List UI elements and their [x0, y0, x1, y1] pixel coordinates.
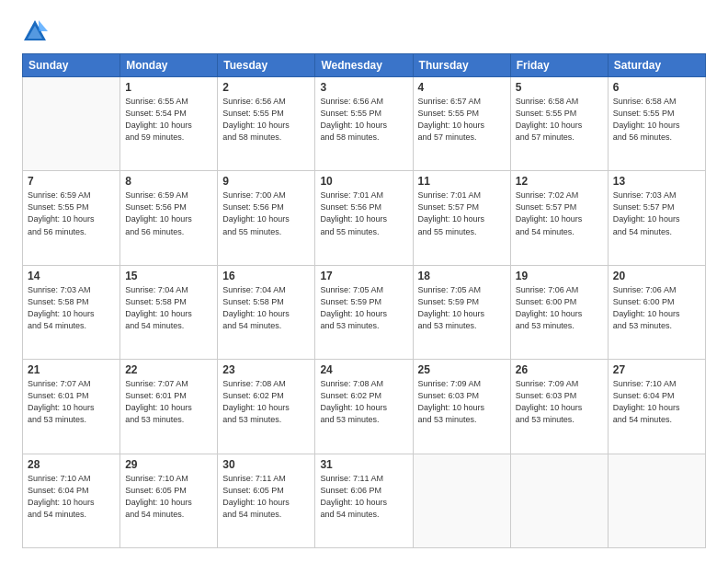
calendar-week-row: 14Sunrise: 7:03 AM Sunset: 5:58 PM Dayli… [23, 265, 706, 359]
day-info: Sunrise: 6:55 AM Sunset: 5:54 PM Dayligh… [125, 96, 212, 144]
calendar-cell: 14Sunrise: 7:03 AM Sunset: 5:58 PM Dayli… [23, 265, 120, 359]
day-number: 22 [125, 363, 212, 376]
day-info: Sunrise: 7:11 AM Sunset: 6:06 PM Dayligh… [320, 473, 407, 521]
day-info: Sunrise: 7:09 AM Sunset: 6:03 PM Dayligh… [418, 378, 506, 426]
page: SundayMondayTuesdayWednesdayThursdayFrid… [0, 0, 728, 563]
calendar-cell: 12Sunrise: 7:02 AM Sunset: 5:57 PM Dayli… [510, 171, 608, 265]
calendar-cell [510, 454, 608, 547]
calendar-cell: 3Sunrise: 6:56 AM Sunset: 5:55 PM Daylig… [315, 77, 413, 171]
calendar-cell: 21Sunrise: 7:07 AM Sunset: 6:01 PM Dayli… [23, 360, 120, 454]
calendar-cell: 26Sunrise: 7:09 AM Sunset: 6:03 PM Dayli… [510, 360, 608, 454]
calendar-cell: 19Sunrise: 7:06 AM Sunset: 6:00 PM Dayli… [510, 265, 608, 359]
day-number: 28 [28, 458, 115, 471]
day-info: Sunrise: 7:05 AM Sunset: 5:59 PM Dayligh… [320, 284, 407, 332]
day-number: 26 [516, 363, 603, 376]
day-info: Sunrise: 7:07 AM Sunset: 6:01 PM Dayligh… [28, 378, 115, 426]
calendar-cell: 15Sunrise: 7:04 AM Sunset: 5:58 PM Dayli… [120, 265, 218, 359]
day-number: 2 [222, 81, 310, 94]
day-number: 20 [613, 270, 700, 282]
calendar-cell: 11Sunrise: 7:01 AM Sunset: 5:57 PM Dayli… [413, 171, 510, 265]
day-number: 12 [516, 175, 603, 188]
day-number: 17 [320, 270, 407, 282]
day-info: Sunrise: 7:03 AM Sunset: 5:57 PM Dayligh… [613, 190, 700, 237]
day-info: Sunrise: 7:10 AM Sunset: 6:04 PM Dayligh… [28, 473, 115, 521]
logo-icon [22, 18, 48, 44]
calendar-cell: 31Sunrise: 7:11 AM Sunset: 6:06 PM Dayli… [315, 454, 413, 547]
day-info: Sunrise: 6:58 AM Sunset: 5:55 PM Dayligh… [516, 96, 603, 144]
calendar-week-row: 21Sunrise: 7:07 AM Sunset: 6:01 PM Dayli… [23, 360, 706, 454]
calendar-cell: 2Sunrise: 6:56 AM Sunset: 5:55 PM Daylig… [218, 77, 315, 171]
day-number: 19 [516, 270, 603, 282]
day-info: Sunrise: 6:57 AM Sunset: 5:55 PM Dayligh… [418, 96, 506, 144]
weekday-header: Thursday [413, 54, 510, 77]
calendar-cell: 20Sunrise: 7:06 AM Sunset: 6:00 PM Dayli… [608, 265, 705, 359]
day-number: 29 [125, 458, 212, 471]
day-info: Sunrise: 6:58 AM Sunset: 5:55 PM Dayligh… [613, 96, 700, 144]
day-number: 14 [28, 270, 115, 282]
day-info: Sunrise: 7:09 AM Sunset: 6:03 PM Dayligh… [516, 378, 603, 426]
calendar-cell: 6Sunrise: 6:58 AM Sunset: 5:55 PM Daylig… [608, 77, 705, 171]
calendar-cell [413, 454, 510, 547]
day-info: Sunrise: 7:06 AM Sunset: 6:00 PM Dayligh… [516, 284, 603, 332]
calendar: SundayMondayTuesdayWednesdayThursdayFrid… [22, 53, 706, 548]
calendar-cell: 1Sunrise: 6:55 AM Sunset: 5:54 PM Daylig… [120, 77, 218, 171]
calendar-cell: 7Sunrise: 6:59 AM Sunset: 5:55 PM Daylig… [23, 171, 120, 265]
calendar-cell: 4Sunrise: 6:57 AM Sunset: 5:55 PM Daylig… [413, 77, 510, 171]
day-number: 8 [125, 175, 212, 188]
calendar-week-row: 1Sunrise: 6:55 AM Sunset: 5:54 PM Daylig… [23, 77, 706, 171]
calendar-cell [23, 77, 120, 171]
calendar-cell: 9Sunrise: 7:00 AM Sunset: 5:56 PM Daylig… [218, 171, 315, 265]
day-number: 7 [28, 175, 115, 188]
header [22, 18, 706, 44]
day-number: 15 [125, 270, 212, 282]
calendar-cell: 18Sunrise: 7:05 AM Sunset: 5:59 PM Dayli… [413, 265, 510, 359]
calendar-cell: 10Sunrise: 7:01 AM Sunset: 5:56 PM Dayli… [315, 171, 413, 265]
day-number: 16 [222, 270, 310, 282]
day-number: 13 [613, 175, 700, 188]
weekday-header: Wednesday [315, 54, 413, 77]
day-number: 10 [320, 175, 407, 188]
day-info: Sunrise: 7:08 AM Sunset: 6:02 PM Dayligh… [222, 378, 310, 426]
calendar-cell: 30Sunrise: 7:11 AM Sunset: 6:05 PM Dayli… [218, 454, 315, 547]
day-info: Sunrise: 7:02 AM Sunset: 5:57 PM Dayligh… [516, 190, 603, 237]
day-info: Sunrise: 7:00 AM Sunset: 5:56 PM Dayligh… [222, 190, 310, 237]
calendar-cell: 17Sunrise: 7:05 AM Sunset: 5:59 PM Dayli… [315, 265, 413, 359]
day-info: Sunrise: 7:05 AM Sunset: 5:59 PM Dayligh… [418, 284, 506, 332]
calendar-cell: 29Sunrise: 7:10 AM Sunset: 6:05 PM Dayli… [120, 454, 218, 547]
calendar-cell: 5Sunrise: 6:58 AM Sunset: 5:55 PM Daylig… [510, 77, 608, 171]
day-number: 4 [418, 81, 506, 94]
day-number: 23 [222, 363, 310, 376]
day-number: 21 [28, 363, 115, 376]
weekday-header: Tuesday [218, 54, 315, 77]
day-info: Sunrise: 7:11 AM Sunset: 6:05 PM Dayligh… [222, 473, 310, 521]
weekday-header: Monday [120, 54, 218, 77]
logo [22, 18, 51, 44]
calendar-cell: 23Sunrise: 7:08 AM Sunset: 6:02 PM Dayli… [218, 360, 315, 454]
day-info: Sunrise: 7:08 AM Sunset: 6:02 PM Dayligh… [320, 378, 407, 426]
calendar-cell [608, 454, 705, 547]
day-info: Sunrise: 6:59 AM Sunset: 5:56 PM Dayligh… [125, 190, 212, 237]
calendar-cell: 8Sunrise: 6:59 AM Sunset: 5:56 PM Daylig… [120, 171, 218, 265]
weekday-header-row: SundayMondayTuesdayWednesdayThursdayFrid… [23, 54, 706, 77]
day-number: 27 [613, 363, 700, 376]
day-number: 31 [320, 458, 407, 471]
day-info: Sunrise: 7:04 AM Sunset: 5:58 PM Dayligh… [222, 284, 310, 332]
day-info: Sunrise: 7:10 AM Sunset: 6:05 PM Dayligh… [125, 473, 212, 521]
day-number: 3 [320, 81, 407, 94]
weekday-header: Friday [510, 54, 608, 77]
day-number: 9 [222, 175, 310, 188]
day-number: 5 [516, 81, 603, 94]
day-info: Sunrise: 7:01 AM Sunset: 5:56 PM Dayligh… [320, 190, 407, 237]
day-info: Sunrise: 7:04 AM Sunset: 5:58 PM Dayligh… [125, 284, 212, 332]
calendar-week-row: 7Sunrise: 6:59 AM Sunset: 5:55 PM Daylig… [23, 171, 706, 265]
day-number: 30 [222, 458, 310, 471]
day-info: Sunrise: 7:01 AM Sunset: 5:57 PM Dayligh… [418, 190, 506, 237]
calendar-cell: 25Sunrise: 7:09 AM Sunset: 6:03 PM Dayli… [413, 360, 510, 454]
calendar-cell: 24Sunrise: 7:08 AM Sunset: 6:02 PM Dayli… [315, 360, 413, 454]
calendar-cell: 16Sunrise: 7:04 AM Sunset: 5:58 PM Dayli… [218, 265, 315, 359]
calendar-cell: 28Sunrise: 7:10 AM Sunset: 6:04 PM Dayli… [23, 454, 120, 547]
day-info: Sunrise: 6:56 AM Sunset: 5:55 PM Dayligh… [320, 96, 407, 144]
day-number: 11 [418, 175, 506, 188]
day-info: Sunrise: 6:56 AM Sunset: 5:55 PM Dayligh… [222, 96, 310, 144]
day-info: Sunrise: 7:03 AM Sunset: 5:58 PM Dayligh… [28, 284, 115, 332]
